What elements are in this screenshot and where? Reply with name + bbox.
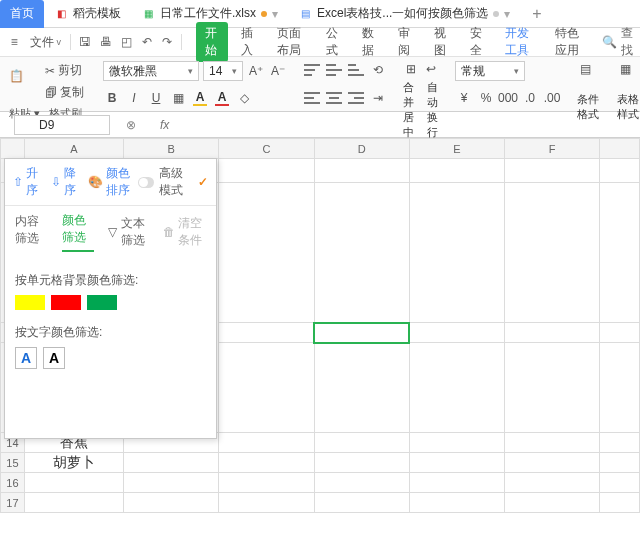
cell-color-swatch[interactable] (15, 295, 45, 310)
daocao-icon: ◧ (54, 7, 68, 21)
bold-button[interactable]: B (103, 89, 121, 107)
name-box[interactable]: D9 (14, 115, 110, 135)
cell[interactable] (600, 159, 640, 183)
col-header[interactable]: E (409, 139, 504, 159)
app-menu-icon[interactable]: ≡ (6, 31, 23, 53)
clear-fmt-icon[interactable]: ◇ (235, 89, 253, 107)
col-header[interactable]: D (314, 139, 409, 159)
find-button[interactable]: 🔍查找 (602, 25, 634, 59)
add-tab-button[interactable]: + (520, 5, 553, 23)
ribbon-tab-view[interactable]: 视图 (425, 22, 457, 62)
doc-icon: ▤ (298, 7, 312, 21)
cell-a15[interactable]: 胡萝卜 (24, 453, 123, 473)
search-icon: 🔍 (602, 35, 617, 49)
row-header[interactable]: 17 (1, 493, 25, 513)
sort-color-button[interactable]: 🎨颜色排序 (88, 165, 137, 199)
ribbon-tab-insert[interactable]: 插入 (232, 22, 264, 62)
cell-color-swatch[interactable] (51, 295, 81, 310)
indent-icon[interactable]: ⇥ (369, 89, 387, 107)
col-header[interactable]: A (24, 139, 123, 159)
text-color-swatch[interactable]: A (15, 347, 37, 369)
ribbon-tab-formula[interactable]: 公式 (317, 22, 349, 62)
ribbon-tab-layout[interactable]: 页面布局 (268, 22, 314, 62)
comma-icon[interactable]: 000 (499, 89, 517, 107)
percent-icon[interactable]: % (477, 89, 495, 107)
table-fmt-icon: ▦ (620, 62, 640, 88)
cond-fmt-button[interactable]: ▤ (577, 61, 609, 89)
sheet-icon: ▦ (141, 7, 155, 21)
cell[interactable] (219, 159, 314, 183)
tab-daocao[interactable]: ◧稻壳模板 (44, 0, 131, 28)
text-color-swatch[interactable]: A (43, 347, 65, 369)
fill-color-button[interactable]: A (191, 89, 209, 107)
select-all-corner[interactable] (1, 139, 25, 159)
ribbon-tab-special[interactable]: 特色应用 (546, 22, 592, 62)
copy-button[interactable]: 🗐复制 (42, 83, 87, 102)
fx-icon[interactable]: ⊗ (110, 118, 152, 132)
align-middle-icon[interactable] (325, 61, 343, 79)
align-top-icon[interactable] (303, 61, 321, 79)
clear-filter-button[interactable]: 🗑清空条件 (163, 215, 206, 249)
undo-icon[interactable]: ↶ (138, 31, 155, 53)
filter-tab-text[interactable]: ▽文本筛选 (108, 215, 149, 249)
sort-color-icon: 🎨 (88, 175, 103, 189)
active-cell[interactable] (314, 323, 409, 343)
cell-color-swatch[interactable] (87, 295, 117, 310)
align-bottom-icon[interactable] (347, 61, 365, 79)
formula-bar: D9 ⊗ fx (0, 112, 640, 138)
preview-icon[interactable]: ◰ (118, 31, 135, 53)
formula-input[interactable] (177, 115, 640, 135)
ribbon-tab-devtools[interactable]: 开发工具 (496, 22, 542, 62)
cell-color-label: 按单元格背景颜色筛选: (15, 272, 206, 289)
cut-button[interactable]: ✂剪切 (42, 61, 87, 80)
print-icon[interactable]: 🖶 (97, 31, 114, 53)
ribbon-tab-security[interactable]: 安全 (461, 22, 493, 62)
row-header[interactable]: 16 (1, 473, 25, 493)
inc-dec-icon[interactable]: .0 (521, 89, 539, 107)
col-header[interactable]: B (124, 139, 219, 159)
col-header[interactable]: F (505, 139, 600, 159)
col-header[interactable] (600, 139, 640, 159)
currency-icon[interactable]: ¥ (455, 89, 473, 107)
merge-button[interactable]: ⊞ (403, 61, 419, 77)
sort-asc-icon: ⇧ (13, 175, 23, 189)
table-fmt-button[interactable]: ▦ (617, 61, 640, 89)
fx-label: fx (152, 118, 177, 132)
ribbon-tab-start[interactable]: 开始 (196, 22, 228, 62)
font-color-button[interactable]: A (213, 89, 231, 107)
cell[interactable] (314, 159, 409, 183)
ribbon-tab-review[interactable]: 审阅 (389, 22, 421, 62)
ribbon-tab-data[interactable]: 数据 (353, 22, 385, 62)
dec-dec-icon[interactable]: .00 (543, 89, 561, 107)
advanced-mode-toggle[interactable]: 高级模式✓ (138, 165, 208, 199)
file-menu[interactable]: 文件v (27, 33, 65, 52)
numfmt-select[interactable]: 常规▾ (455, 61, 525, 81)
filter-tab-content[interactable]: 内容筛选 (15, 213, 48, 251)
align-right-icon[interactable] (347, 89, 365, 107)
wrap-icon: ↩ (426, 62, 436, 76)
col-header[interactable]: C (219, 139, 314, 159)
text-color-label: 按文字颜色筛选: (15, 324, 206, 341)
align-left-icon[interactable] (303, 89, 321, 107)
save-icon[interactable]: 🖫 (77, 31, 94, 53)
merge-icon: ⊞ (406, 62, 416, 76)
sort-desc-button[interactable]: ⇩降序 (51, 165, 79, 199)
orientation-icon[interactable]: ⟲ (369, 61, 387, 79)
italic-button[interactable]: I (125, 89, 143, 107)
tab-home[interactable]: 首页 (0, 0, 44, 28)
underline-button[interactable]: U (147, 89, 165, 107)
border-button[interactable]: ▦ (169, 89, 187, 107)
align-center-icon[interactable] (325, 89, 343, 107)
font-select[interactable]: 微软雅黑▾ (103, 61, 199, 81)
sort-asc-button[interactable]: ⇧升序 (13, 165, 41, 199)
redo-icon[interactable]: ↷ (159, 31, 176, 53)
filter-tab-color[interactable]: 颜色筛选 (62, 212, 95, 252)
shrink-font-icon[interactable]: A⁻ (269, 62, 287, 80)
paste-button[interactable]: 📋 (6, 68, 38, 96)
row-header[interactable]: 15 (1, 453, 25, 473)
fontsize-select[interactable]: 14▾ (203, 61, 243, 81)
cell[interactable] (409, 159, 504, 183)
cell[interactable] (505, 159, 600, 183)
grow-font-icon[interactable]: A⁺ (247, 62, 265, 80)
wrap-button[interactable]: ↩ (423, 61, 439, 77)
